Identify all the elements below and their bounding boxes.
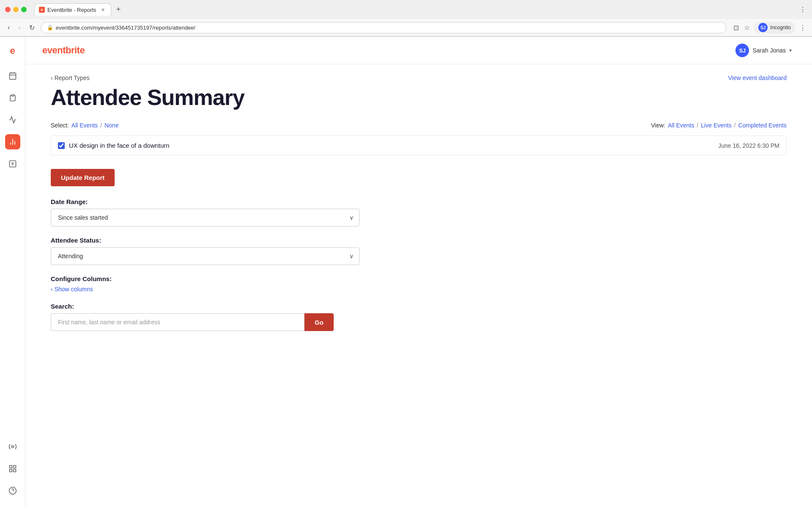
main-content: eventbrite SJ Sarah Jonas ▾ ‹ Report Typ… [25, 37, 812, 507]
breadcrumb-label: Report Types [55, 75, 90, 81]
filter-bar: Select: All Events / None View: All Even… [51, 122, 787, 129]
events-list: UX design in the face of a downturn June… [51, 135, 787, 155]
chevron-down-icon: ▾ [789, 47, 792, 53]
configure-columns-section: Configure Columns: › Show columns [51, 275, 787, 293]
sidebar-item-finance[interactable] [5, 156, 20, 171]
date-range-select[interactable]: Since sales started Last 7 days Last 30 … [51, 209, 359, 226]
date-range-wrapper: Since sales started Last 7 days Last 30 … [51, 209, 359, 226]
url-text: eventbrite.com/myevent/336451735197/repo… [56, 25, 195, 31]
maximize-window-button[interactable] [21, 7, 27, 12]
incognito-label: Incognito [770, 25, 791, 30]
date-range-label: Date Range: [51, 198, 787, 205]
view-live-events-link[interactable]: Live Events [701, 122, 731, 129]
window-controls[interactable] [5, 7, 27, 12]
browser-tabs: e Eventbrite - Reports × + [34, 3, 124, 16]
page-title: Attendee Summary [51, 85, 787, 110]
new-tab-button[interactable]: + [113, 3, 124, 16]
breadcrumb-arrow: ‹ [51, 75, 53, 81]
svg-rect-13 [13, 469, 16, 472]
sidebar-item-apps[interactable] [5, 461, 20, 476]
back-button[interactable]: ‹ [5, 23, 12, 32]
nav-right-icons: ⊡ ☆ SJ Incognito ⋮ [732, 22, 807, 33]
attendee-status-section: Attendee Status: Attending Not Attending… [51, 237, 787, 265]
date-range-section: Date Range: Since sales started Last 7 d… [51, 198, 787, 226]
minimize-window-button[interactable] [13, 7, 19, 12]
show-columns-label: Show columns [55, 286, 93, 293]
breadcrumb-link[interactable]: ‹ Report Types [51, 75, 90, 81]
tab-title: Eventbrite - Reports [47, 7, 96, 13]
svg-rect-11 [13, 466, 16, 468]
user-name: Sarah Jonas [752, 47, 786, 54]
go-button[interactable]: Go [304, 313, 334, 331]
show-columns-chevron-icon: › [51, 286, 53, 293]
close-window-button[interactable] [5, 7, 11, 12]
attendee-status-wrapper: Attending Not Attending All ∨ [51, 247, 359, 265]
search-row: Go [51, 313, 787, 331]
event-checkbox[interactable] [58, 142, 65, 149]
view-all-events-link[interactable]: All Events [668, 122, 694, 129]
security-icon: 🔒 [47, 25, 53, 30]
view-label: View: [651, 122, 665, 129]
eventbrite-logo: eventbrite [42, 45, 85, 56]
event-row[interactable]: UX design in the face of a downturn June… [51, 136, 786, 155]
view-completed-events-link[interactable]: Completed Events [738, 122, 787, 129]
search-label: Search: [51, 303, 787, 310]
view-event-dashboard-link[interactable]: View event dashboard [728, 75, 787, 81]
sidebar-item-help[interactable] [5, 483, 20, 498]
view-row: View: All Events / Live Events / Complet… [651, 122, 787, 129]
sidebar-item-settings[interactable] [5, 439, 20, 454]
none-select-link[interactable]: None [104, 122, 118, 129]
event-date: June 16, 2022 6:30 PM [718, 142, 779, 149]
svg-rect-10 [9, 466, 12, 468]
tab-close-button[interactable]: × [102, 6, 105, 13]
breadcrumb-row: ‹ Report Types View event dashboard [51, 75, 787, 81]
browser-navigation: ‹ › ↻ 🔒 eventbrite.com/myevent/336451735… [0, 19, 812, 36]
attendee-status-label: Attendee Status: [51, 237, 787, 244]
forward-button[interactable]: › [16, 23, 23, 32]
active-tab[interactable]: e Eventbrite - Reports × [34, 3, 111, 16]
sidebar: e [0, 37, 25, 507]
svg-rect-0 [9, 73, 16, 79]
tab-favicon: e [39, 7, 45, 13]
svg-point-9 [11, 446, 14, 448]
select-label: Select: [51, 122, 69, 129]
event-left: UX design in the face of a downturn [58, 142, 170, 149]
sidebar-logo: e [10, 45, 15, 56]
bookmark-icon[interactable]: ☆ [743, 23, 751, 33]
app-header: eventbrite SJ Sarah Jonas ▾ [25, 37, 812, 64]
attendee-status-select[interactable]: Attending Not Attending All [51, 247, 359, 265]
show-columns-link[interactable]: › Show columns [51, 286, 787, 293]
sidebar-item-orders[interactable] [5, 90, 20, 105]
incognito-avatar: SJ [758, 23, 768, 32]
configure-columns-label: Configure Columns: [51, 275, 787, 282]
address-bar[interactable]: 🔒 eventbrite.com/myevent/336451735197/re… [41, 22, 727, 33]
search-section: Search: Go [51, 303, 787, 331]
sidebar-bottom [5, 439, 20, 498]
all-events-select-link[interactable]: All Events [71, 122, 98, 129]
svg-rect-12 [9, 469, 12, 472]
incognito-badge[interactable]: SJ Incognito [754, 22, 795, 33]
select-row: Select: All Events / None [51, 122, 118, 129]
user-menu[interactable]: SJ Sarah Jonas ▾ [732, 42, 795, 59]
report-area: ‹ Report Types View event dashboard Atte… [25, 75, 812, 358]
event-name: UX design in the face of a downturn [69, 142, 170, 149]
user-avatar: SJ [735, 44, 749, 57]
slash-divider: / [100, 122, 102, 129]
sidebar-item-marketing[interactable] [5, 112, 20, 127]
search-input[interactable] [51, 313, 304, 331]
sidebar-item-events[interactable] [5, 68, 20, 83]
reload-button[interactable]: ↻ [27, 23, 37, 33]
cast-icon[interactable]: ⊡ [732, 23, 740, 33]
browser-settings-icon[interactable]: ⋮ [798, 23, 807, 33]
svg-rect-4 [11, 95, 14, 96]
browser-more-button[interactable]: ⋮ [798, 5, 807, 14]
update-report-button[interactable]: Update Report [51, 169, 115, 186]
sidebar-item-reports[interactable] [5, 134, 20, 149]
